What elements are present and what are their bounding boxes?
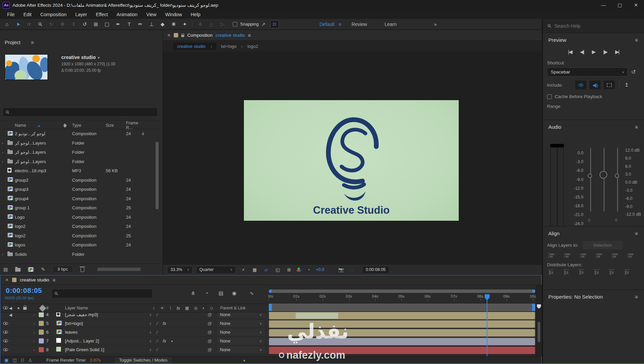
layer-name[interactable]: [Adjust... Layer 2]: [65, 338, 148, 343]
roto-brush-tool[interactable]: ❋: [168, 20, 179, 29]
workspace-learn[interactable]: Learn: [376, 22, 406, 27]
project-item[interactable]: › لوجو كر...Layers Folder: [0, 157, 158, 166]
maximize-button[interactable]: ▢: [612, 0, 628, 10]
parent-link-dropdown[interactable]: None∨: [217, 338, 265, 344]
help-search[interactable]: ⚲: [543, 19, 644, 33]
comp-flowchart-icon[interactable]: ⋔: [191, 290, 195, 296]
distribute-icon-1[interactable]: [548, 269, 554, 275]
comp-marker-icon[interactable]: [537, 304, 541, 309]
align-icon-5[interactable]: [612, 253, 618, 258]
transparency-grid-icon[interactable]: ▦: [251, 267, 259, 272]
menu-item-layer[interactable]: Layer: [71, 12, 92, 17]
new-composition-icon[interactable]: [28, 267, 34, 272]
close-button[interactable]: ✕: [628, 0, 644, 10]
viewer-timecode[interactable]: 0:00:08:05: [362, 266, 389, 274]
timeline-layer-row[interactable]: ◀) › 4 [حفيف شجر.mp3] ♁ ∕ fx ◐ @ None∨: [0, 312, 268, 319]
menu-item-help[interactable]: Help: [186, 12, 205, 17]
pickwhip-icon[interactable]: @: [207, 338, 217, 343]
layer-duration-bar[interactable]: [269, 312, 535, 320]
collapse-icon[interactable]: ▲: [243, 358, 246, 362]
playhead-line[interactable]: [487, 294, 487, 356]
quality-switch[interactable]: ∕: [157, 330, 158, 335]
composition-frame[interactable]: Creative Studio: [244, 100, 459, 221]
layer-name[interactable]: [Pale Green Solid 1]: [65, 347, 148, 352]
project-item[interactable]: electro...18.mp3 MP3 56 KB: [0, 166, 158, 176]
zoom-level-dropdown[interactable]: 33.3%∨: [167, 266, 193, 274]
expand-icon[interactable]: ›: [33, 348, 39, 352]
bit-depth-button[interactable]: 8 bpc: [53, 266, 73, 273]
parent-link-dropdown[interactable]: None∨: [217, 346, 265, 353]
fast-preview-icon[interactable]: ⚡: [239, 267, 247, 272]
share-frame-icon[interactable]: ↥: [624, 82, 629, 88]
distribute-icon-5[interactable]: [609, 269, 614, 275]
channel-icon[interactable]: [296, 267, 301, 272]
expand-icon[interactable]: ›: [33, 313, 39, 317]
lock-column-icon[interactable]: [23, 307, 27, 310]
current-timecode[interactable]: 0:00:08:05: [6, 286, 42, 295]
column-type[interactable]: Type: [72, 123, 106, 128]
type-tool[interactable]: T: [124, 20, 135, 29]
align-menu-icon[interactable]: ≡: [635, 231, 638, 236]
properties-panel-title[interactable]: Properties: No Selection: [548, 294, 603, 300]
quality-switch[interactable]: ∕: [157, 312, 158, 317]
pan-camera-tool[interactable]: ✥: [57, 20, 68, 29]
expand-icon[interactable]: ›: [33, 339, 39, 343]
collapse-switch[interactable]: ♁: [149, 339, 152, 343]
close-timeline-tab-icon[interactable]: ✕: [5, 277, 9, 282]
hand-tool[interactable]: ☞: [24, 20, 35, 29]
menu-item-composition[interactable]: Composition: [36, 12, 71, 17]
align-icon-3[interactable]: [580, 253, 586, 258]
project-search[interactable]: ⚲: [3, 108, 158, 117]
collapse-switch[interactable]: ♁: [149, 312, 152, 317]
quality-switch[interactable]: ∕: [157, 321, 158, 326]
menu-item-effect[interactable]: Effect: [92, 12, 112, 17]
playhead-marker[interactable]: [485, 294, 490, 300]
project-item[interactable]: group4 Composition 24: [0, 194, 158, 204]
dolly-camera-tool[interactable]: ⇕: [68, 20, 79, 29]
label-column-icon[interactable]: [63, 123, 67, 128]
shape-tool[interactable]: ▢: [101, 20, 112, 29]
frame-blend-switch-icon[interactable]: ▦: [185, 306, 189, 310]
layer-color-chip[interactable]: [39, 330, 44, 335]
align-icon-2[interactable]: [564, 253, 570, 258]
fx-switch[interactable]: fx: [163, 321, 166, 326]
work-area-bar[interactable]: [269, 304, 535, 311]
cache-before-playback-checkbox[interactable]: [547, 94, 552, 99]
layer-name[interactable]: [حفيف شجر.mp3]: [65, 312, 148, 317]
layer-duration-bar[interactable]: [269, 320, 535, 328]
project-panel-menu-icon[interactable]: ≡: [31, 39, 34, 45]
motion-blur-switch-icon[interactable]: ◎: [194, 306, 197, 310]
project-hscrollbar[interactable]: [97, 268, 141, 271]
timeline-search-input[interactable]: [60, 291, 138, 296]
collapse-switch[interactable]: ♁: [149, 330, 152, 335]
snapping-checkbox[interactable]: [233, 22, 237, 27]
zoom-tool[interactable]: ⚲: [35, 20, 46, 29]
eraser-tool[interactable]: ◆: [157, 20, 168, 29]
mesh-tool[interactable]: ▷: [217, 20, 228, 29]
project-item[interactable]: › Solids Folder: [0, 250, 158, 259]
pan-behind-tool[interactable]: ⊞: [90, 20, 101, 29]
menu-item-file[interactable]: File: [3, 12, 19, 17]
parent-link-dropdown[interactable]: None∨: [217, 329, 265, 336]
exposure-icon[interactable]: ◔: [304, 267, 313, 272]
viewer-tab-comp-name[interactable]: creative studio: [216, 33, 245, 38]
timeline-layer-row[interactable]: › 7 [Adjust... Layer 2] ♁ ∕ fx ◐ @ None∨: [0, 337, 268, 345]
menu-item-edit[interactable]: Edit: [19, 12, 36, 17]
column-name[interactable]: Name▲: [15, 123, 62, 128]
selected-comp-name[interactable]: creative studio: [61, 55, 96, 60]
project-scrollbar[interactable]: [156, 142, 159, 209]
menu-item-window[interactable]: Window: [161, 12, 186, 17]
work-area-bar-top[interactable]: [269, 290, 535, 293]
include-audio-button[interactable]: ◀)): [589, 81, 601, 89]
timeline-tab-name[interactable]: creative studio: [20, 277, 49, 282]
snap-arrow-icon[interactable]: ↗: [261, 22, 265, 27]
master-level-track[interactable]: [604, 148, 605, 212]
draft-3d-icon[interactable]: ◔: [205, 290, 208, 296]
shy-switch-icon[interactable]: ♁: [152, 306, 155, 310]
joint-tool[interactable]: ✛: [195, 20, 206, 29]
adjustment-switch[interactable]: ◐: [171, 339, 173, 343]
quality-switch[interactable]: ∕: [157, 347, 158, 352]
render-queue-icon[interactable]: ▣: [4, 358, 8, 363]
guides-icon[interactable]: ◱: [273, 267, 282, 272]
breadcrumb[interactable]: logo2: [247, 44, 258, 49]
